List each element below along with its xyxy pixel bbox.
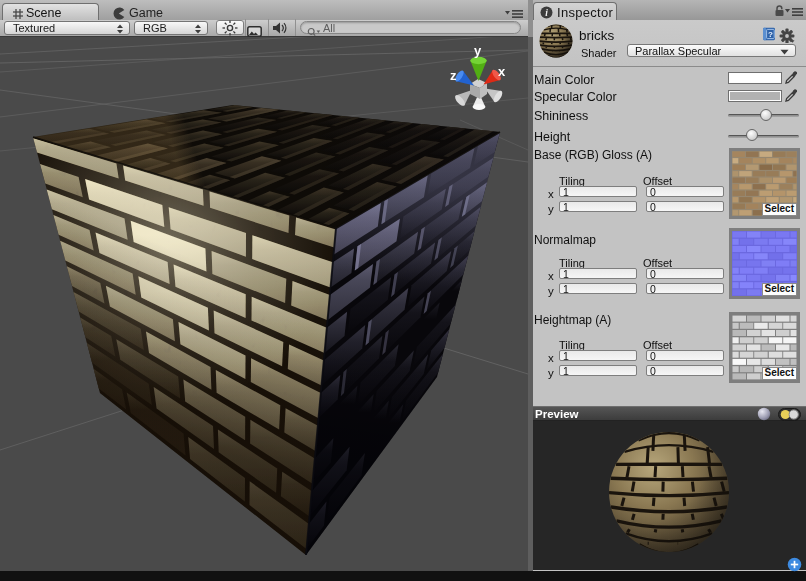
svg-text:y: y [474, 43, 482, 58]
svg-text:?: ? [768, 30, 773, 39]
svg-text:z: z [450, 68, 457, 83]
svg-text:x: x [498, 64, 506, 79]
svg-text:i: i [545, 7, 548, 17]
